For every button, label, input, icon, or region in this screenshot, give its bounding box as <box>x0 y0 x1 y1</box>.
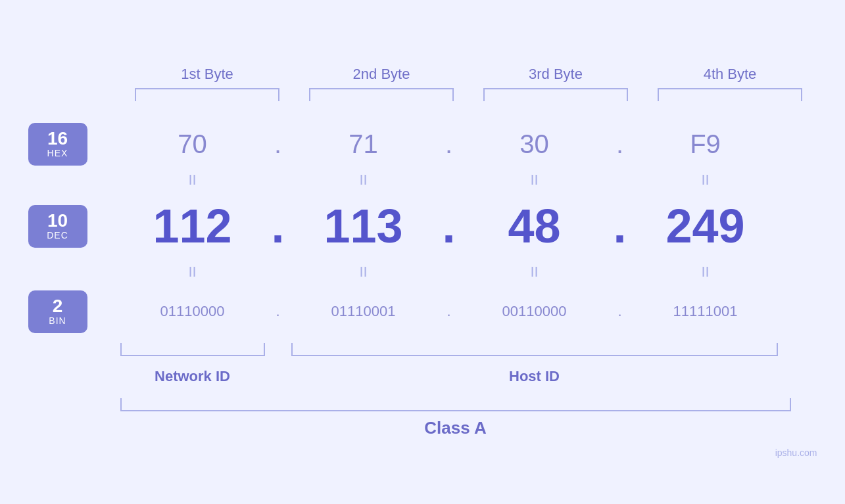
dec-dot-2: . <box>436 199 462 253</box>
dec-base-num: 10 <box>47 212 68 230</box>
host-id-label: Host ID <box>318 368 752 385</box>
bin-row: 2 BIN 01110000 . 01110001 . 00110000 . 1… <box>28 285 817 338</box>
network-id-label: Network ID <box>120 368 265 385</box>
hex-dot-1: . <box>265 129 291 159</box>
hex-dot-2: . <box>436 129 462 159</box>
eq-2-1: II <box>120 263 265 281</box>
bin-cells: 01110000 . 01110001 . 00110000 . 1111100… <box>120 303 817 320</box>
byte-header-4: 4th Byte <box>658 66 802 83</box>
equals-row-2: II II II II <box>120 259 817 285</box>
eq-1-4: II <box>633 172 778 189</box>
dec-val-2: 113 <box>324 200 402 252</box>
dec-cell-2: 113 <box>291 199 436 253</box>
bottom-labels: Network ID Host ID <box>120 368 817 385</box>
network-bracket <box>120 343 265 356</box>
bin-dot-3: . <box>607 303 633 320</box>
top-bracket-4 <box>658 88 802 101</box>
eq-1-3: II <box>462 172 607 189</box>
byte-header-2: 2nd Byte <box>309 66 454 83</box>
dec-base-lbl: DEC <box>47 230 68 241</box>
bin-cell-3: 00110000 <box>462 303 607 320</box>
dec-badge: 10 DEC <box>28 205 87 248</box>
dec-dot-3: . <box>607 199 633 253</box>
hex-dot-3: . <box>607 129 633 159</box>
dec-val-3: 48 <box>508 200 560 252</box>
class-label: Class A <box>120 418 791 438</box>
class-bracket <box>120 398 791 411</box>
bin-base-lbl: BIN <box>49 315 66 326</box>
byte-headers: 1st Byte 2nd Byte 3rd Byte 4th Byte <box>120 66 817 83</box>
dec-cell-3: 48 <box>462 199 607 253</box>
dec-row: 10 DEC 112 . 113 . 48 . 249 <box>28 193 817 259</box>
hex-val-3: 30 <box>519 129 549 158</box>
hex-badge: 16 HEX <box>28 123 87 166</box>
eq-2-2: II <box>291 263 436 281</box>
bin-dot-1: . <box>265 303 291 320</box>
bin-val-3: 00110000 <box>502 303 567 319</box>
dec-val-1: 112 <box>153 200 231 252</box>
hex-base-lbl: HEX <box>47 148 68 158</box>
bin-cell-4: 11111001 <box>633 303 778 320</box>
bin-base-num: 2 <box>53 297 63 315</box>
hex-val-1: 70 <box>178 129 207 158</box>
bin-cell-2: 01110001 <box>291 303 436 320</box>
dec-cell-1: 112 <box>120 199 265 253</box>
byte-header-1: 1st Byte <box>135 66 279 83</box>
dec-dot-1: . <box>265 199 291 253</box>
eq-1-2: II <box>291 172 436 189</box>
eq-2-3: II <box>462 263 607 281</box>
dec-cell-4: 249 <box>633 199 778 253</box>
bottom-brackets <box>120 343 817 363</box>
watermark: ipshu.com <box>775 447 817 458</box>
equals-row-1: II II II II <box>120 167 817 193</box>
host-bracket <box>291 343 778 356</box>
hex-cells: 70 . 71 . 30 . F9 <box>120 129 817 159</box>
bin-val-2: 01110001 <box>331 303 396 319</box>
hex-val-4: F9 <box>690 129 721 158</box>
bin-val-4: 11111001 <box>673 303 738 319</box>
top-bracket-1 <box>135 88 279 101</box>
dec-cells: 112 . 113 . 48 . 249 <box>120 199 817 253</box>
hex-val-2: 71 <box>349 129 378 158</box>
top-bracket-3 <box>483 88 628 101</box>
bottom-section: Network ID Host ID <box>120 343 817 385</box>
class-section: Class A <box>120 398 817 438</box>
eq-1-1: II <box>120 172 265 189</box>
hex-cell-2: 71 <box>291 129 436 159</box>
byte-header-3: 3rd Byte <box>483 66 628 83</box>
bin-badge: 2 BIN <box>28 290 87 333</box>
hex-row: 16 HEX 70 . 71 . 30 . F9 <box>28 121 817 167</box>
eq-2-4: II <box>633 263 778 281</box>
top-bracket-2 <box>309 88 454 101</box>
hex-cell-4: F9 <box>633 129 778 159</box>
bin-cell-1: 01110000 <box>120 303 265 320</box>
hex-cell-1: 70 <box>120 129 265 159</box>
bin-dot-2: . <box>436 303 462 320</box>
hex-cell-3: 30 <box>462 129 607 159</box>
dec-val-4: 249 <box>665 200 744 252</box>
hex-base-num: 16 <box>47 129 68 148</box>
top-brackets <box>120 88 817 101</box>
bin-val-1: 01110000 <box>160 303 225 319</box>
